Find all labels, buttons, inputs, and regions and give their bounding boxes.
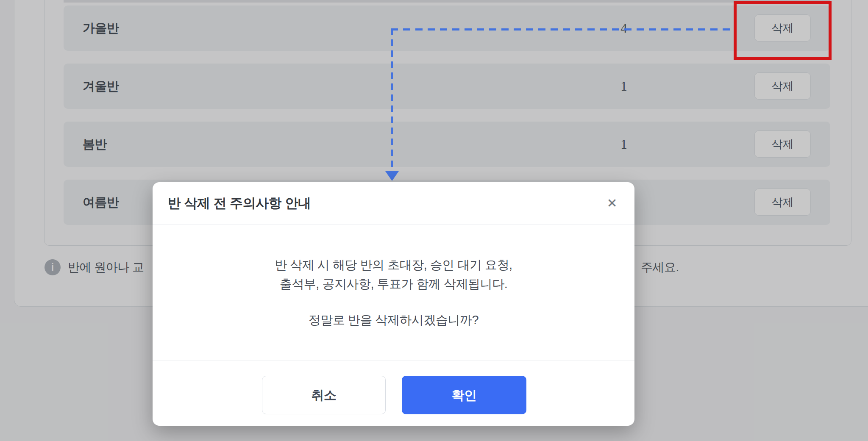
cancel-button[interactable]: 취소 [262, 376, 386, 414]
dialog-body-line-2: 출석부, 공지사항, 투표가 함께 삭제됩니다. [153, 275, 634, 293]
close-icon[interactable]: ✕ [603, 194, 621, 213]
confirm-button[interactable]: 확인 [402, 376, 526, 414]
delete-confirm-dialog: 반 삭제 전 주의사항 안내 ✕ 반 삭제 시 해당 반의 초대장, 승인 대기… [153, 182, 634, 426]
dialog-body-line-3: 정말로 반을 삭제하시겠습니까? [153, 311, 634, 329]
dialog-body-line-1: 반 삭제 시 해당 반의 초대장, 승인 대기 요청, [153, 255, 634, 274]
dialog-title: 반 삭제 전 주의사항 안내 [168, 182, 311, 225]
dialog-footer: 취소 확인 [153, 360, 634, 426]
dialog-header: 반 삭제 전 주의사항 안내 ✕ [153, 182, 634, 225]
